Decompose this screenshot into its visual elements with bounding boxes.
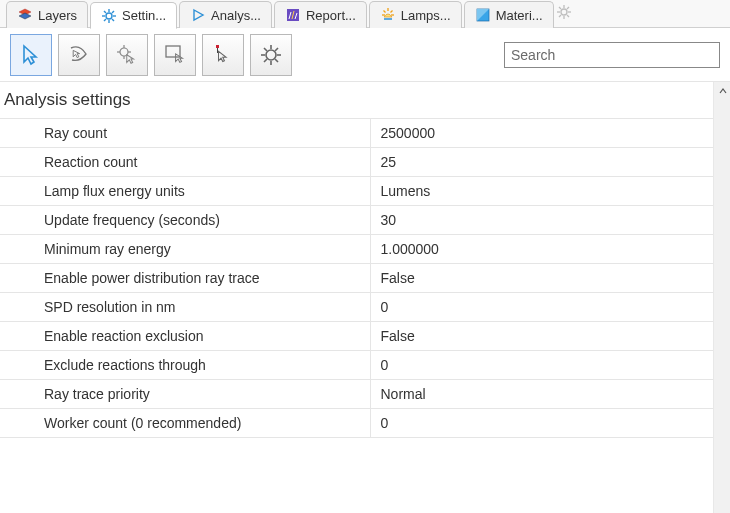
svg-line-32 (567, 7, 569, 9)
tab-lamps[interactable]: Lamps... (369, 1, 462, 28)
svg-line-10 (112, 11, 114, 13)
play-icon (190, 7, 206, 23)
svg-line-9 (104, 19, 106, 21)
settings-row[interactable]: Reaction count25 (0, 148, 713, 177)
settings-row[interactable]: Ray trace priorityNormal (0, 380, 713, 409)
svg-line-31 (559, 15, 561, 17)
tool-settings-gear[interactable] (250, 34, 292, 76)
settings-table: Ray count2500000Reaction count25Lamp flu… (0, 118, 713, 438)
svg-marker-11 (194, 10, 203, 20)
settings-row[interactable]: Ray count2500000 (0, 119, 713, 148)
report-icon (285, 7, 301, 23)
setting-value[interactable]: False (370, 264, 713, 293)
settings-row[interactable]: Update frequency (seconds)30 (0, 206, 713, 235)
setting-label: Worker count (0 recommended) (0, 409, 370, 438)
tool-select-gear[interactable] (106, 34, 148, 76)
svg-line-8 (112, 19, 114, 21)
vertical-scrollbar[interactable] (713, 82, 730, 513)
svg-point-2 (106, 13, 112, 19)
settings-row[interactable]: Lamp flux energy unitsLumens (0, 177, 713, 206)
svg-point-46 (266, 50, 276, 60)
svg-rect-43 (216, 45, 219, 48)
settings-row[interactable]: Enable reaction exclusionFalse (0, 322, 713, 351)
tab-analysis[interactable]: Analys... (179, 1, 272, 28)
layers-icon (17, 7, 33, 23)
materials-icon (475, 7, 491, 23)
setting-value[interactable]: 25 (370, 148, 713, 177)
setting-value[interactable]: Lumens (370, 177, 713, 206)
tab-label: Materi... (496, 8, 543, 23)
tab-overflow-gear-icon[interactable] (556, 4, 572, 23)
tab-report[interactable]: Report... (274, 1, 367, 28)
tool-select-curve[interactable] (58, 34, 100, 76)
settings-row[interactable]: Exclude reactions through0 (0, 351, 713, 380)
setting-label: Ray trace priority (0, 380, 370, 409)
setting-label: Reaction count (0, 148, 370, 177)
search-input[interactable] (504, 42, 720, 68)
tab-label: Lamps... (401, 8, 451, 23)
svg-marker-42 (176, 53, 183, 62)
svg-marker-40 (127, 54, 134, 63)
setting-label: Update frequency (seconds) (0, 206, 370, 235)
setting-label: SPD resolution in nm (0, 293, 370, 322)
svg-line-20 (390, 11, 392, 13)
svg-line-30 (567, 15, 569, 17)
settings-row[interactable]: Minimum ray energy1.000000 (0, 235, 713, 264)
svg-line-51 (264, 48, 267, 51)
tab-label: Analys... (211, 8, 261, 23)
gear-icon (101, 8, 117, 24)
setting-value[interactable]: 1.000000 (370, 235, 713, 264)
setting-value[interactable]: Normal (370, 380, 713, 409)
tab-label: Settin... (122, 8, 166, 23)
svg-line-54 (275, 48, 278, 51)
section-title: Analysis settings (0, 82, 713, 116)
svg-point-24 (561, 9, 567, 15)
lamp-icon (380, 7, 396, 23)
setting-label: Lamp flux energy units (0, 177, 370, 206)
tool-select-point[interactable] (202, 34, 244, 76)
setting-value[interactable]: 2500000 (370, 119, 713, 148)
svg-marker-1 (19, 13, 31, 19)
tab-label: Report... (306, 8, 356, 23)
setting-value[interactable]: 30 (370, 206, 713, 235)
scroll-up-icon[interactable] (714, 82, 730, 99)
tab-label: Layers (38, 8, 77, 23)
tab-settings[interactable]: Settin... (90, 2, 177, 29)
tab-bar: Layers Settin... Analys... (0, 0, 730, 28)
svg-marker-33 (24, 46, 36, 64)
setting-value[interactable]: 0 (370, 351, 713, 380)
toolbar (0, 28, 730, 82)
setting-label: Minimum ray energy (0, 235, 370, 264)
svg-line-52 (275, 59, 278, 62)
setting-value[interactable]: 0 (370, 409, 713, 438)
settings-row[interactable]: Enable power distribution ray traceFalse (0, 264, 713, 293)
setting-label: Enable power distribution ray trace (0, 264, 370, 293)
svg-line-53 (264, 59, 267, 62)
settings-row[interactable]: SPD resolution in nm0 (0, 293, 713, 322)
svg-marker-45 (219, 51, 227, 61)
tool-select-arrow[interactable] (10, 34, 52, 76)
setting-value[interactable]: 0 (370, 293, 713, 322)
tab-layers[interactable]: Layers (6, 1, 88, 28)
svg-line-7 (104, 11, 106, 13)
setting-label: Enable reaction exclusion (0, 322, 370, 351)
tab-materials[interactable]: Materi... (464, 1, 554, 28)
setting-label: Ray count (0, 119, 370, 148)
settings-row[interactable]: Worker count (0 recommended)0 (0, 409, 713, 438)
svg-line-19 (383, 11, 385, 13)
setting-value[interactable]: False (370, 322, 713, 351)
svg-marker-34 (73, 50, 79, 57)
svg-line-29 (559, 7, 561, 9)
setting-label: Exclude reactions through (0, 351, 370, 380)
tool-select-rect[interactable] (154, 34, 196, 76)
